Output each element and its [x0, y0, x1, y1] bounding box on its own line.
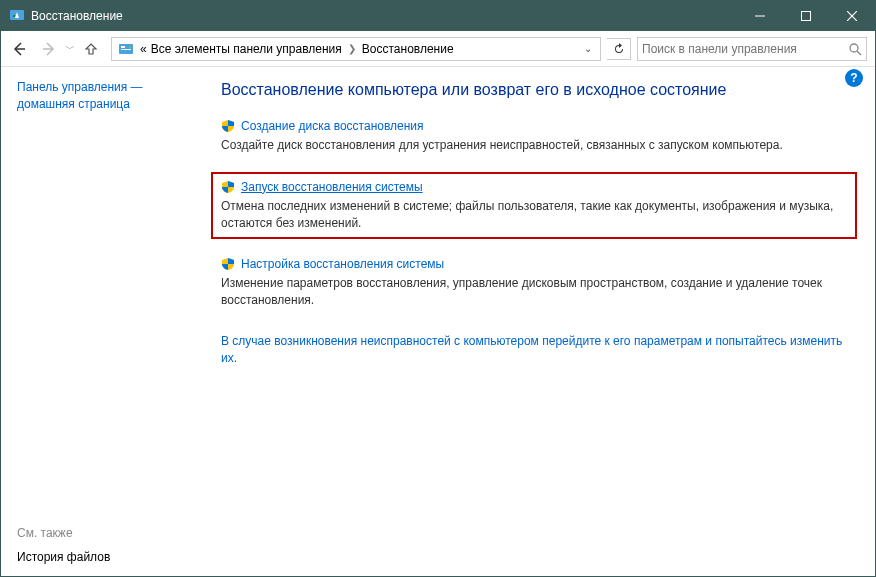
- maximize-icon: [801, 11, 811, 21]
- close-icon: [847, 11, 857, 21]
- sidebar-home-link-l1: Панель управления —: [17, 79, 185, 96]
- back-button[interactable]: [5, 35, 33, 63]
- close-button[interactable]: [829, 1, 875, 31]
- shield-icon: [221, 257, 235, 271]
- arrow-right-icon: [41, 41, 57, 57]
- svg-line-13: [857, 51, 861, 55]
- minimize-button[interactable]: [737, 1, 783, 31]
- page-heading: Восстановление компьютера или возврат ег…: [221, 81, 847, 99]
- sidebar-bottom: См. также История файлов: [17, 526, 110, 564]
- up-button[interactable]: [77, 35, 105, 63]
- see-also-label: См. также: [17, 526, 110, 540]
- svg-point-11: [129, 45, 131, 47]
- window-title: Восстановление: [31, 9, 737, 23]
- arrow-left-icon: [11, 41, 27, 57]
- breadcrumb-1[interactable]: Все элементы панели управления: [149, 42, 344, 56]
- main-content: ? Восстановление компьютера или возврат …: [201, 67, 875, 576]
- minimize-icon: [755, 11, 765, 21]
- system-restore-desc: Отмена последних изменений в системе; фа…: [221, 198, 847, 232]
- create-recovery-disk-desc: Создайте диск восстановления для устране…: [221, 137, 847, 154]
- svg-rect-3: [802, 12, 811, 21]
- window-titlebar: Восстановление: [1, 1, 875, 31]
- action-block-create-recovery-disk: Создание диска восстановления Создайте д…: [221, 119, 847, 154]
- refresh-button[interactable]: [607, 38, 631, 60]
- sidebar: Панель управления — домашняя страница См…: [1, 67, 201, 576]
- search-field-wrap[interactable]: [637, 37, 867, 61]
- shield-icon: [221, 180, 235, 194]
- breadcrumb-prefix: «: [138, 42, 149, 56]
- address-field[interactable]: « Все элементы панели управления ❯ Восст…: [111, 37, 601, 61]
- svg-point-1: [13, 15, 15, 17]
- svg-rect-9: [121, 46, 125, 48]
- svg-point-12: [850, 44, 858, 52]
- action-block-configure-restore: Настройка восстановления системы Изменен…: [221, 257, 847, 309]
- search-input[interactable]: [642, 42, 848, 56]
- arrow-up-icon: [84, 42, 98, 56]
- pc-settings-link[interactable]: В случае возникновения неисправностей с …: [221, 333, 847, 367]
- help-button[interactable]: ?: [845, 69, 863, 87]
- address-bar: ﹀ « Все элементы панели управления ❯ Вос…: [1, 31, 875, 67]
- refresh-icon: [613, 43, 625, 55]
- control-panel-icon: [118, 41, 134, 57]
- recovery-icon: [9, 8, 25, 24]
- chevron-down-icon[interactable]: ⌄: [578, 43, 598, 54]
- forward-button[interactable]: [35, 35, 63, 63]
- history-dropdown-icon[interactable]: ﹀: [65, 42, 75, 56]
- svg-rect-10: [121, 49, 131, 50]
- window-controls: [737, 1, 875, 31]
- configure-restore-link[interactable]: Настройка восстановления системы: [241, 257, 444, 271]
- sidebar-home-link-l2: домашняя страница: [17, 96, 185, 113]
- breadcrumb-2[interactable]: Восстановление: [360, 42, 456, 56]
- chevron-right-icon[interactable]: ❯: [344, 43, 360, 54]
- sidebar-home-link[interactable]: Панель управления — домашняя страница: [17, 79, 185, 113]
- action-block-system-restore: Запуск восстановления системы Отмена пос…: [211, 172, 857, 240]
- system-restore-link[interactable]: Запуск восстановления системы: [241, 180, 423, 194]
- file-history-link[interactable]: История файлов: [17, 550, 110, 564]
- search-icon: [848, 42, 862, 56]
- maximize-button[interactable]: [783, 1, 829, 31]
- body-wrap: Панель управления — домашняя страница См…: [1, 67, 875, 576]
- shield-icon: [221, 119, 235, 133]
- configure-restore-desc: Изменение параметров восстановления, упр…: [221, 275, 847, 309]
- create-recovery-disk-link[interactable]: Создание диска восстановления: [241, 119, 424, 133]
